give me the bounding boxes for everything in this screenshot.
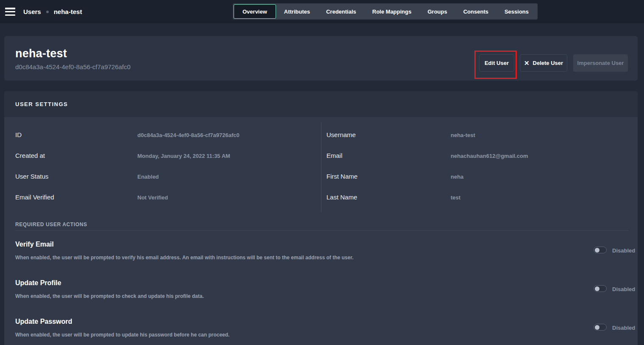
user-settings-card: USER SETTINGS ID d0c84a3a-4524-4ef0-8a56… <box>4 91 638 345</box>
tab-attributes[interactable]: Attributes <box>276 4 318 19</box>
toggle-knob <box>595 286 599 291</box>
verify-email-state: Disabled <box>612 247 635 254</box>
required-user-actions-title: REQUIRED USER ACTIONS <box>15 222 87 227</box>
field-value-created-at: Monday, January 24, 2022 11:35 AM <box>137 153 230 159</box>
tab-role-mappings[interactable]: Role Mappings <box>364 4 419 19</box>
field-label-email-verified: Email Verified <box>15 194 54 201</box>
breadcrumb-users[interactable]: Users <box>23 8 41 15</box>
field-label-user-status: User Status <box>15 173 48 180</box>
field-label-first-name: First Name <box>326 173 357 180</box>
field-value-email-verified: Not Verified <box>137 194 168 201</box>
field-label-last-name: Last Name <box>326 194 357 201</box>
menu-icon[interactable] <box>5 8 15 16</box>
delete-user-button[interactable]: ✕ Delete User <box>520 54 567 72</box>
field-label-email: Email <box>326 152 343 159</box>
breadcrumb: Users neha-test <box>23 0 82 23</box>
breadcrumb-separator-icon <box>46 11 49 13</box>
field-label-id: ID <box>15 131 22 138</box>
impersonate-user-button: Impersonate User <box>573 54 628 72</box>
update-password-state: Disabled <box>612 325 635 331</box>
tab-sessions[interactable]: Sessions <box>496 4 537 19</box>
tab-groups[interactable]: Groups <box>419 4 455 19</box>
action-title-update-profile: Update Profile <box>15 279 61 287</box>
update-password-toggle[interactable] <box>594 324 607 331</box>
tab-bar: Overview Attributes Credentials Role Map… <box>233 3 538 20</box>
edit-user-button[interactable]: Edit User <box>479 54 514 72</box>
user-header-card: neha-test d0c84a3a-4524-4ef0-8a56-cf7a97… <box>4 36 638 81</box>
field-value-first-name: neha <box>451 174 463 180</box>
action-desc-update-profile: When enabled, the user will be prompted … <box>15 293 204 299</box>
action-desc-verify-email: When enabled, the user will be prompted … <box>15 255 354 261</box>
tab-credentials[interactable]: Credentials <box>318 4 364 19</box>
field-value-user-status: Enabled <box>137 174 159 180</box>
toggle-knob <box>595 325 599 330</box>
user-id-subtitle: d0c84a3a-4524-4ef0-8a56-cf7a9726afc0 <box>15 63 131 70</box>
verify-email-toggle[interactable] <box>594 247 607 253</box>
tab-consents[interactable]: Consents <box>455 4 496 19</box>
toggle-knob <box>595 248 599 252</box>
action-title-update-password: Update Password <box>15 318 72 325</box>
user-settings-header: USER SETTINGS <box>4 91 638 117</box>
field-value-username: neha-test <box>451 132 475 138</box>
top-bar: Users neha-test Overview Attributes Cred… <box>0 0 644 23</box>
field-label-created-at: Created at <box>15 152 45 159</box>
action-desc-update-password: When enabled, the user will be prompted … <box>15 332 229 338</box>
update-profile-state: Disabled <box>612 286 635 292</box>
column-divider <box>321 122 321 212</box>
breadcrumb-current-user: neha-test <box>54 8 82 15</box>
page-title: neha-test <box>15 47 67 60</box>
field-value-last-name: test <box>451 194 460 201</box>
field-value-email: nehachauhan612@gmail.com <box>451 153 528 159</box>
field-label-username: Username <box>326 131 356 138</box>
user-settings-title: USER SETTINGS <box>15 101 68 107</box>
field-value-id: d0c84a3a-4524-4ef0-8a56-cf7a9726afc0 <box>137 132 240 138</box>
delete-user-label: Delete User <box>533 60 563 66</box>
x-icon: ✕ <box>524 60 530 66</box>
section-divider <box>15 230 628 231</box>
tab-overview[interactable]: Overview <box>234 4 276 19</box>
action-title-verify-email: Verify Email <box>15 241 54 248</box>
update-profile-toggle[interactable] <box>594 285 607 292</box>
